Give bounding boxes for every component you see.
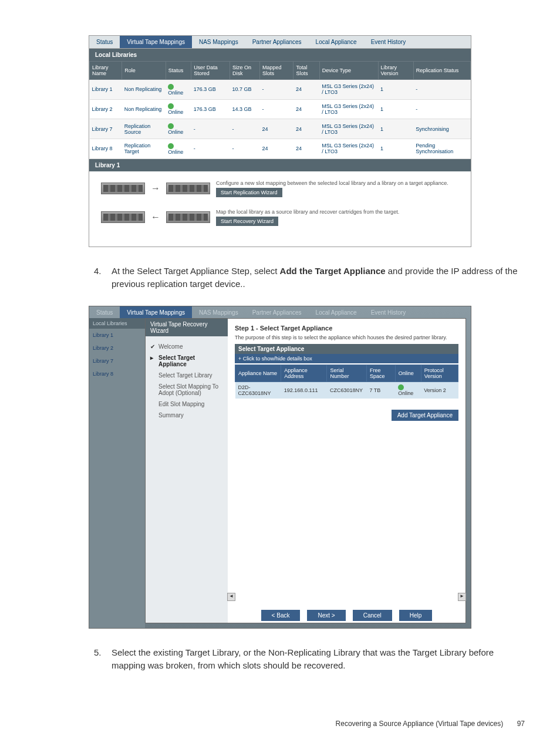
list-item[interactable]: Library 7 [89,355,145,367]
tab-partner-appliances[interactable]: Partner Appliances [245,36,309,48]
col-free-space: Free Space [366,364,395,382]
col-appliance-address: Appliance Address [281,364,327,382]
replication-wizard-row: → Configure a new slot mapping between t… [101,180,459,197]
list-item[interactable]: Library 2 [89,342,145,355]
screenshot-virtual-tape-mappings: Status Virtual Tape Mappings NAS Mapping… [89,35,471,247]
col-total-slots: Total Slots [294,62,319,80]
step-5-number: 5. [94,646,102,660]
step-5-text: 5. Select the existing Target Library, o… [112,646,525,673]
wizard-footer: < Back Next > Cancel Help [227,610,466,621]
arrow-right-icon: → [151,183,160,194]
step-4-number: 4. [94,265,102,278]
col-device-type: Device Type [319,62,378,80]
wizard-step-desc: The purpose of this step is to select th… [235,335,458,340]
tab-bar: Status Virtual Tape Mappings NAS Mapping… [89,306,471,319]
tab-local-appliance[interactable]: Local Appliance [309,36,364,48]
page-footer: Recovering a Source Appliance (Virtual T… [35,720,525,728]
device-icon [166,183,210,194]
recovery-wizard-row: ← Map the local library as a source libr… [101,209,459,226]
libraries-table: Library Name Role Status User Data Store… [89,61,471,159]
tab-virtual-tape-mappings[interactable]: Virtual Tape Mappings [120,36,192,48]
tab-status[interactable]: Status [89,306,120,319]
screenshot-recovery-wizard: Status Virtual Tape Mappings NAS Mapping… [89,306,471,629]
tab-status[interactable]: Status [89,36,120,48]
col-replication-status: Replication Status [413,62,470,80]
wizard-step-title: Step 1 - Select Target Appliance [235,325,458,332]
local-libraries-header: Local Libraries [89,318,145,329]
table-row[interactable]: Library 2Non ReplicatingOnline176.3 GB14… [90,99,471,119]
details-toggle-button[interactable]: + Click to show/hide details box [235,354,458,363]
wizard-main-panel: Step 1 - Select Target Appliance The pur… [228,319,465,623]
tab-nas-mappings[interactable]: NAS Mappings [192,306,245,319]
col-user-data-stored: User Data Stored [191,62,230,80]
col-library-version: Library Version [378,62,413,80]
page-number: 97 [517,720,525,728]
background-left-panel: Local Libraries Library 1Library 2Librar… [89,318,145,628]
replication-desc: Configure a new slot mapping between the… [216,180,459,186]
device-icon [101,211,145,223]
device-icon [166,211,210,223]
scroll-left-icon[interactable]: ◄ [227,593,235,601]
local-libraries-header: Local Libraries [89,49,471,61]
wizard-step-item: Select Target Appliance [150,352,223,370]
tab-local-appliance[interactable]: Local Appliance [309,306,364,319]
recovery-desc: Map the local library as a source librar… [216,209,459,215]
arrow-left-icon: ← [151,212,160,222]
wizard-dialog-title: Virtual Tape Recovery Wizard [146,319,228,336]
col-serial-number: Serial Number [327,364,366,382]
online-status-icon [398,384,404,390]
table-row[interactable]: Library 7Replication SourceOnline--2424M… [90,119,471,139]
help-button[interactable]: Help [399,610,433,621]
tab-nas-mappings[interactable]: NAS Mappings [192,36,245,48]
col-online: Online [395,364,421,382]
wizard-step-item: Welcome [150,341,223,352]
col-size-on-disk: Size On Disk [230,62,260,80]
col-role: Role [122,62,166,80]
wizard-steps-sidebar: Virtual Tape Recovery Wizard WelcomeSele… [146,319,228,623]
col-mapped-slots: Mapped Slots [260,62,294,80]
back-button[interactable]: < Back [261,610,301,621]
tab-bar: Status Virtual Tape Mappings NAS Mapping… [89,36,471,49]
step-4-text: 4. At the Select Target Appliance Step, … [112,265,525,291]
list-item[interactable]: Library 8 [89,367,145,380]
start-recovery-wizard-button[interactable]: Start Recovery Wizard [216,217,278,226]
wizard-step-item: Summary [150,410,223,421]
table-row[interactable]: D2D-CZC63018NY 192.168.0.111 CZC63018NY … [235,382,458,399]
scroll-right-icon[interactable]: ► [458,593,466,601]
tab-event-history[interactable]: Event History [364,36,413,48]
footer-title: Recovering a Source Appliance (Virtual T… [336,720,504,728]
tab-event-history[interactable]: Event History [364,306,413,319]
wizard-step-item: Select Target Library [150,370,223,381]
library-detail-panel: → Configure a new slot mapping between t… [89,171,471,247]
wizard-step-item: Edit Slot Mapping [150,399,223,410]
col-protocol-version: Protocol Version [421,364,458,382]
selected-library-header: Library 1 [89,159,471,171]
scroll-bar[interactable]: ◄ ► [227,593,466,602]
start-replication-wizard-button[interactable]: Start Replication Wizard [216,188,282,197]
wizard-dialog: Virtual Tape Recovery Wizard WelcomeSele… [145,318,466,623]
col-appliance-name: Appliance Name [235,364,281,382]
wizard-step-item: Select Slot Mapping To Adopt (Optional) [150,381,223,399]
device-icon [101,183,145,194]
col-library-name: Library Name [90,62,122,80]
cancel-button[interactable]: Cancel [353,610,392,621]
next-button[interactable]: Next > [307,610,345,621]
appliances-table: Appliance Name Appliance Address Serial … [235,364,458,399]
col-status: Status [166,62,191,80]
table-row[interactable]: Library 8Replication TargetOnline--2424M… [90,139,471,158]
list-item[interactable]: Library 1 [89,329,145,342]
tab-virtual-tape-mappings[interactable]: Virtual Tape Mappings [120,306,192,319]
select-target-appliance-header: Select Target Appliance [235,344,458,354]
add-target-appliance-button[interactable]: Add Target Appliance [392,410,458,421]
table-row[interactable]: Library 1Non ReplicatingOnline176.3 GB10… [90,80,471,100]
tab-partner-appliances[interactable]: Partner Appliances [245,306,309,319]
